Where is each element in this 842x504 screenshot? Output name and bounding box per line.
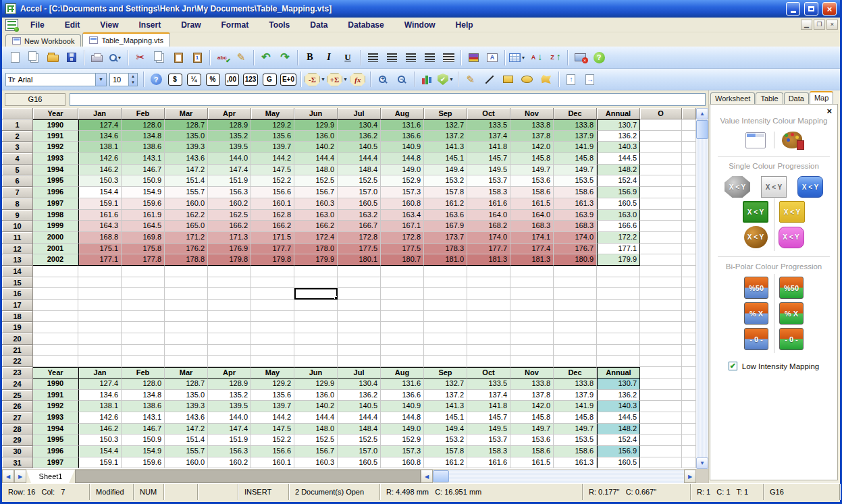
cell[interactable]: 147.2 [165,424,208,435]
cell[interactable] [165,345,208,356]
cell[interactable]: 138.6 [122,401,165,412]
cell[interactable]: 171.3 [208,232,251,244]
cell[interactable] [424,266,467,277]
cell[interactable]: 139.7 [251,401,294,412]
menu-item-database[interactable]: Database [338,19,394,31]
cell[interactable]: 133.8 [510,119,554,131]
cell[interactable]: 149.0 [381,165,424,176]
cell[interactable]: 156.3 [208,446,251,457]
cell[interactable]: 161.9 [122,210,165,221]
cell[interactable]: 157.3 [381,187,424,198]
cell[interactable]: 157.8 [424,446,467,457]
cell[interactable] [78,356,122,367]
cell[interactable]: 152.4 [597,175,640,187]
spreadsheet-grid[interactable]: YearJanFebMarAprMayJunJulAugSepOctNovDec… [2,108,696,469]
menu-item-file[interactable]: File [20,19,55,31]
cell[interactable] [33,288,78,300]
toolbar-validation-button[interactable]: ✔▼ [437,71,454,88]
cell[interactable]: 144.5 [597,412,640,424]
sheet-next-icon[interactable]: ▶ [14,470,26,483]
cell[interactable]: 144.4 [338,153,381,165]
toolbar-cell-style-button[interactable]: A [483,49,501,66]
cell[interactable]: 161.5 [510,198,554,210]
cell[interactable] [640,379,682,390]
cell[interactable] [251,333,294,345]
row-header-16[interactable]: 16 [2,288,33,300]
cell[interactable] [597,322,640,333]
cell[interactable]: 145.8 [510,153,554,165]
cell[interactable]: 156.9 [597,446,640,457]
cell[interactable]: 139.5 [208,401,251,412]
cell[interactable]: 152.9 [381,175,424,187]
cell[interactable]: 134.6 [78,390,122,401]
cell[interactable]: 139.3 [165,401,208,412]
toolbar-print-button[interactable] [88,49,105,66]
cell[interactable]: 154.4 [78,187,122,198]
toolbar-align-center-button[interactable] [383,49,400,66]
cell[interactable] [122,311,165,323]
cell[interactable] [510,311,554,323]
toolbar-thousands-button[interactable]: ,00 [223,71,240,88]
cell[interactable]: 140.9 [381,401,424,412]
cell[interactable]: 177.4 [510,244,554,255]
cell[interactable] [122,322,165,333]
cell[interactable]: 149.7 [510,424,554,435]
cell[interactable]: 181.3 [510,254,554,266]
toolbar-cut-button[interactable]: ✂ [132,49,149,66]
sheet-tab-sheet1[interactable]: Sheet1 [26,470,75,483]
cell[interactable]: 140.2 [294,401,338,412]
cell[interactable] [467,345,510,356]
cell[interactable]: 148.4 [338,165,381,176]
cell[interactable] [338,288,381,300]
cell[interactable] [381,333,424,345]
minimize-button[interactable] [786,2,800,16]
cell[interactable]: 145.8 [510,412,554,424]
menu-item-data[interactable]: Data [300,19,338,31]
cell[interactable]: 145.1 [424,412,467,424]
cell[interactable]: 169.8 [122,232,165,244]
cell[interactable]: 177.5 [338,244,381,255]
cell[interactable] [640,266,682,277]
cell[interactable]: 147.5 [251,424,294,435]
toolbar-redo-button[interactable]: ↷ [276,49,294,66]
cell[interactable]: 172.8 [381,232,424,244]
cell[interactable]: 164.0 [510,210,554,221]
cell[interactable]: 172.8 [338,232,381,244]
cell[interactable] [251,345,294,356]
cell[interactable]: 127.4 [78,119,122,131]
cell[interactable] [597,288,640,300]
cell[interactable]: Oct [467,367,510,379]
cell[interactable] [208,300,251,311]
cell[interactable] [33,356,78,367]
cell[interactable] [33,345,78,356]
cell[interactable]: 137.4 [467,131,510,142]
cell[interactable]: 176.7 [554,244,597,255]
map-button-brown-circle[interactable]: X < Y [744,226,768,248]
cell[interactable]: 163.9 [554,210,597,221]
cell[interactable]: 157.0 [338,187,381,198]
cell[interactable]: 164.5 [122,221,165,232]
cell[interactable]: 136.2 [338,390,381,401]
cell[interactable]: 137.8 [510,390,554,401]
cell[interactable]: 156.3 [208,187,251,198]
map-button-blue[interactable]: X < Y [797,176,823,198]
cell[interactable]: 128.0 [122,379,165,390]
cell[interactable]: 152.5 [294,175,338,187]
cell[interactable] [424,288,467,300]
cell[interactable] [640,300,682,311]
map-button-orange-blue-0[interactable]: - 0 - [744,328,768,350]
cell[interactable]: 181.3 [467,254,510,266]
tab-split-area[interactable] [75,470,421,483]
cell[interactable] [381,322,424,333]
cell[interactable]: 142.6 [78,153,122,165]
cell[interactable]: 147.4 [208,165,251,176]
cell[interactable]: 1992 [33,142,78,153]
cell[interactable]: 168.3 [554,221,597,232]
cell[interactable]: 145.7 [467,153,510,165]
cell[interactable]: Nov [510,367,554,379]
cell[interactable]: 171.5 [251,232,294,244]
cell[interactable]: 134.6 [78,131,122,142]
cell[interactable]: 1991 [33,131,78,142]
cell[interactable] [381,311,424,323]
toolbar-pencil-button[interactable]: ✎ [462,71,479,88]
